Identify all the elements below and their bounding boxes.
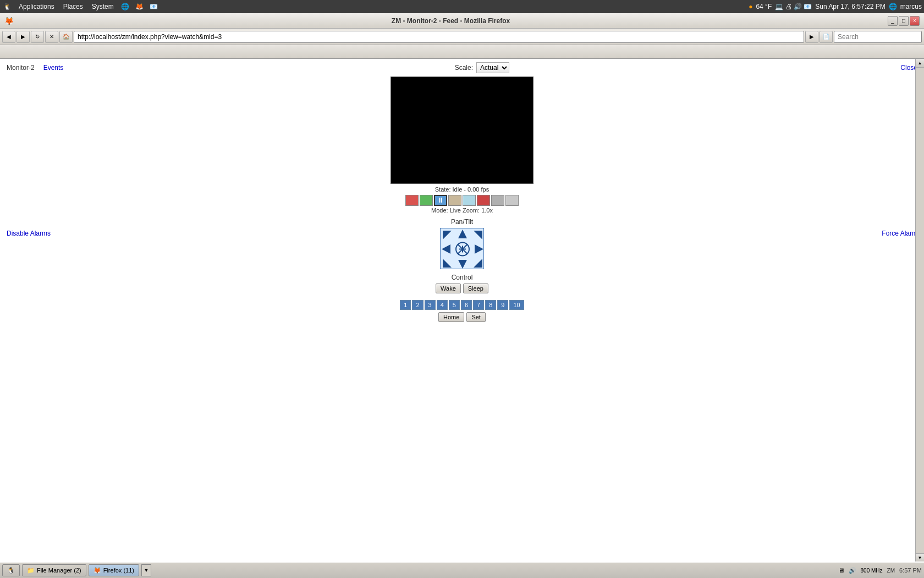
firefox-taskbar-icon: 🦊 [94, 567, 101, 574]
network-tray-icon: 🖥 [838, 567, 844, 574]
pantilt-svg [441, 228, 485, 270]
arrow-dl[interactable] [443, 259, 452, 268]
force-alarm-link[interactable]: Force Alarm [882, 230, 917, 237]
arrow-dr[interactable] [474, 259, 482, 268]
preset-btn-1[interactable]: 1 [400, 300, 411, 310]
pantilt-grid[interactable] [440, 228, 484, 269]
scrollbar-up[interactable]: ▲ [916, 59, 924, 68]
system-bar-left: 🐧 Applications Places System 🌐 🦊 📧 [2, 2, 159, 12]
taskbar-arrow[interactable]: ▼ [141, 564, 151, 576]
navigation-bar: ◀ ▶ ↻ ✕ 🏠 ▶ 📄 [0, 29, 924, 45]
preset-btn-2[interactable]: 2 [412, 300, 423, 310]
go-button[interactable]: ▶ [805, 31, 818, 43]
reload-button[interactable]: ↻ [31, 31, 44, 43]
scale-select[interactable]: Actual 50% 75% 100% [476, 62, 509, 73]
scrollbar-right[interactable]: ▲ ▼ [915, 59, 924, 562]
control-title: Control [452, 274, 473, 281]
preset-btn-6[interactable]: 6 [461, 300, 472, 310]
wm-icon: ZM [887, 568, 895, 574]
camera-feed [391, 77, 534, 184]
arrow-left[interactable] [442, 244, 450, 254]
arrow-ur[interactable] [474, 231, 482, 239]
title-bar: 🦊 ZM - Monitor-2 - Feed - Mozilla Firefo… [0, 13, 924, 29]
home-button[interactable]: Home [438, 312, 464, 322]
ctrl-btn-2[interactable] [420, 195, 433, 206]
firefox-icon[interactable]: 🦊 [135, 2, 145, 12]
window-chrome: 🦊 ZM - Monitor-2 - Feed - Mozilla Firefo… [0, 13, 924, 59]
maximize-button[interactable]: □ [899, 16, 909, 26]
vol-tray-icon: 🔊 [849, 567, 856, 574]
sleep-button[interactable]: Sleep [463, 283, 488, 293]
preset-buttons-row: 1 2 3 4 5 6 7 8 9 10 [400, 300, 524, 310]
weather-icon: ● [749, 3, 752, 10]
bookmark-btn[interactable]: 📄 [820, 31, 833, 43]
ctrl-btn-4[interactable] [448, 195, 461, 206]
taskbar-start-btn[interactable]: 🐧 [2, 564, 20, 576]
cpu-speed-display: 800 MHz [861, 568, 883, 574]
home-nav-button[interactable]: 🏠 [59, 31, 73, 43]
datetime-display: Sun Apr 17, 6:57:22 PM [815, 3, 885, 10]
arrow-up[interactable] [458, 230, 467, 238]
preset-btn-4[interactable]: 4 [437, 300, 448, 310]
taskbar-right: 🖥 🔊 800 MHz ZM 6:57 PM [838, 567, 922, 574]
main-center: State: Idle - 0.00 fps II Mode: Live Zoo… [0, 77, 924, 322]
file-manager-label: File Manager (2) [37, 567, 81, 574]
pantilt-title: Pan/Tilt [451, 218, 473, 226]
taskbar: 🐧 📁 File Manager (2) 🦊 Firefox (11) ▼ 🖥 … [0, 561, 924, 578]
preset-btn-8[interactable]: 8 [485, 300, 496, 310]
search-input[interactable] [834, 31, 922, 43]
system-tray-icons: 💻 🖨 🔊 📧 [775, 3, 812, 10]
applications-menu[interactable]: Applications [16, 2, 57, 12]
control-buttons-row: II [405, 195, 519, 206]
set-button[interactable]: Set [466, 312, 486, 322]
taskbar-firefox[interactable]: 🦊 Firefox (11) [89, 564, 139, 576]
system-bar: 🐧 Applications Places System 🌐 🦊 📧 ● 64 … [0, 0, 924, 13]
temperature-display: 64 °F [756, 3, 772, 10]
mode-zoom-text: Mode: Live Zoom: 1.0x [431, 207, 493, 214]
disable-alarms-link[interactable]: Disable Alarms [7, 230, 51, 237]
ie-icon[interactable]: 🌐 [120, 2, 130, 12]
ctrl-btn-7[interactable] [491, 195, 504, 206]
stop-button[interactable]: ✕ [45, 31, 58, 43]
email-launch-icon[interactable]: 📧 [149, 2, 159, 12]
taskbar-clock: 6:57 PM [899, 567, 922, 574]
wake-sleep-row: Wake Sleep [436, 283, 488, 293]
page-content: Monitor-2 Events Scale: Actual 50% 75% 1… [0, 59, 924, 562]
ctrl-btn-5[interactable] [463, 195, 476, 206]
preset-btn-7[interactable]: 7 [473, 300, 484, 310]
preset-btn-9[interactable]: 9 [497, 300, 508, 310]
scale-label: Scale: [455, 64, 473, 72]
browser-icon: 🦊 [4, 17, 14, 25]
taskbar-file-manager[interactable]: 📁 File Manager (2) [22, 564, 86, 576]
places-menu[interactable]: Places [61, 2, 85, 12]
preset-btn-5[interactable]: 5 [449, 300, 460, 310]
monitor-label: Monitor-2 [7, 64, 35, 72]
network-icon: 🌐 [889, 3, 897, 10]
minimize-button[interactable]: _ [888, 16, 898, 26]
arrow-right[interactable] [475, 244, 483, 254]
preset-btn-10[interactable]: 10 [509, 300, 524, 310]
back-button[interactable]: ◀ [2, 31, 15, 43]
system-bar-right: ● 64 °F 💻 🖨 🔊 📧 Sun Apr 17, 6:57:22 PM 🌐… [749, 3, 922, 10]
page-header-left: Monitor-2 Events [7, 64, 63, 72]
system-menu[interactable]: System [90, 2, 116, 12]
file-manager-icon: 📁 [27, 567, 35, 574]
events-link[interactable]: Events [43, 64, 64, 72]
ctrl-btn-1[interactable] [405, 195, 419, 206]
page-header: Monitor-2 Events Scale: Actual 50% 75% 1… [0, 59, 924, 77]
preset-btn-3[interactable]: 3 [425, 300, 436, 310]
bookmarks-bar [0, 45, 924, 58]
wake-button[interactable]: Wake [436, 283, 461, 293]
state-text: State: Idle - 0.00 fps [435, 186, 489, 193]
ctrl-btn-3[interactable]: II [434, 195, 447, 206]
arrow-ul[interactable] [443, 231, 452, 239]
forward-button[interactable]: ▶ [16, 31, 30, 43]
scrollbar-down[interactable]: ▼ [916, 553, 924, 562]
arrow-down[interactable] [458, 260, 467, 269]
ctrl-btn-8[interactable] [505, 195, 519, 206]
firefox-taskbar-label: Firefox (11) [103, 567, 134, 574]
username-display: marcus [900, 3, 922, 10]
url-bar[interactable] [74, 31, 804, 43]
close-button[interactable]: × [910, 16, 920, 26]
ctrl-btn-6[interactable] [477, 195, 490, 206]
